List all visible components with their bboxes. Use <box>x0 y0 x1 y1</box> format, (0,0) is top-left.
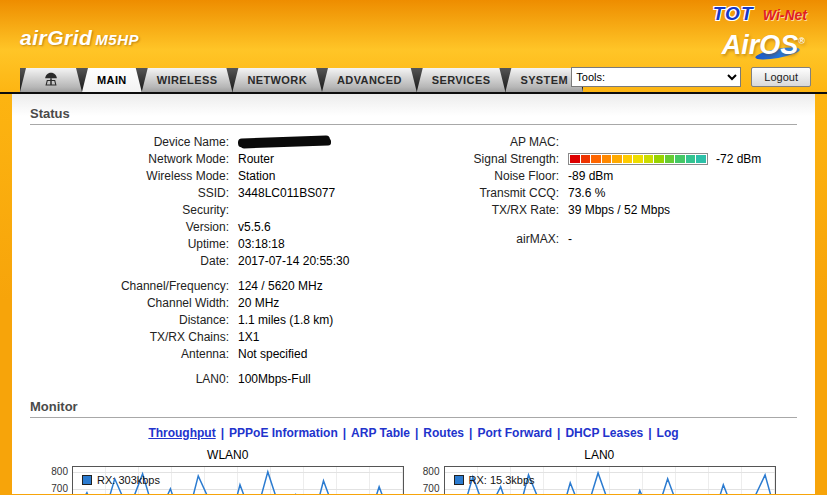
link-dhcp-leases[interactable]: DHCP Leases <box>565 426 643 440</box>
chart-body: 800 700 600 RX: 15.3kbps <box>414 466 786 494</box>
row-network-mode: Network Mode: Router <box>30 150 450 167</box>
tools-select[interactable]: Tools: <box>571 67 741 87</box>
monitor-section-title: Monitor <box>30 399 797 414</box>
row-channel-width: Channel Width: 20 MHz <box>30 294 450 311</box>
signal-meter-segment <box>612 155 622 163</box>
link-throughput[interactable]: Throughput <box>148 426 215 440</box>
signal-meter-segment <box>686 155 696 163</box>
field-value: Not specified <box>238 347 307 361</box>
tabs-strip: MAIN WIRELESS NETWORK ADVANCED SERVICES … <box>20 68 583 92</box>
monitor-section: Monitor Throughput|PPPoE Information|ARP… <box>30 399 797 494</box>
nav-right-controls: Tools: Logout <box>571 67 811 87</box>
row-device-name: Device Name: <box>30 133 450 150</box>
row-channel-frequency: Channel/Frequency: 124 / 5620 MHz <box>30 277 450 294</box>
field-label: Transmit CCQ: <box>450 186 568 200</box>
link-separator: | <box>221 426 224 440</box>
tab-network[interactable]: NETWORK <box>232 68 322 92</box>
link-separator: | <box>469 426 472 440</box>
row-lan0: LAN0: 100Mbps-Full <box>30 370 450 387</box>
field-value: 03:18:18 <box>238 237 285 251</box>
chart-title: WLAN0 <box>42 448 414 462</box>
row-txrx-rate: TX/RX Rate: 39 Mbps / 52 Mbps <box>450 201 797 218</box>
field-value: Router <box>238 152 274 166</box>
nav-bar: MAIN WIRELESS NETWORK ADVANCED SERVICES … <box>0 68 827 94</box>
field-value: 100Mbps-Full <box>238 372 311 386</box>
tab-main[interactable]: MAIN <box>82 68 142 92</box>
chart-lan0: LAN0 800 700 600 <box>414 448 786 494</box>
field-label: Date: <box>30 254 238 268</box>
airos-logo-air: Air <box>722 30 760 60</box>
signal-meter-segment <box>623 155 633 163</box>
signal-meter-segment <box>591 155 601 163</box>
signal-meter-segment <box>581 155 591 163</box>
link-separator: | <box>557 426 560 440</box>
field-label: airMAX: <box>450 232 568 246</box>
signal-strength-value: -72 dBm <box>568 152 761 166</box>
field-label: SSID: <box>30 186 238 200</box>
signal-meter <box>568 153 708 165</box>
logout-button[interactable]: Logout <box>751 67 811 87</box>
field-label: Channel Width: <box>30 296 238 310</box>
tx-legend-label: TX: <box>97 494 114 495</box>
y-tick-label: 800 <box>423 467 440 477</box>
link-separator: | <box>415 426 418 440</box>
chart-y-axis: 800 700 600 <box>42 466 72 494</box>
link-arp-table[interactable]: ARP Table <box>351 426 410 440</box>
chart-title: LAN0 <box>414 448 786 462</box>
airos-logo: AirOS® <box>722 30 805 61</box>
isp-brand-logo: TOT Wi-Net <box>713 3 807 25</box>
field-value: 73.6 % <box>568 186 605 200</box>
row-ap-mac: AP MAC: <box>450 133 797 150</box>
signal-strength-dbm: -72 dBm <box>716 152 761 166</box>
chart-legend: RX: 303kbps TX: <box>82 473 160 494</box>
field-label: LAN0: <box>30 372 238 386</box>
row-txrx-chains: TX/RX Chains: 1X1 <box>30 328 450 345</box>
chart-wlan0: WLAN0 800 700 600 <box>42 448 414 494</box>
row-date: Date: 2017-07-14 20:55:30 <box>30 252 450 269</box>
status-left-column: Device Name: Network Mode: Router Wirele… <box>30 133 450 387</box>
row-ssid: SSID: 3448LC011BS077 <box>30 184 450 201</box>
field-label: TX/RX Chains: <box>30 330 238 344</box>
status-divider <box>30 124 797 125</box>
tx-legend-label: TX: <box>469 494 486 495</box>
rx-legend-swatch <box>454 475 464 485</box>
field-label: Network Mode: <box>30 152 238 166</box>
row-version: Version: v5.5.6 <box>30 218 450 235</box>
field-value: Station <box>238 169 275 183</box>
field-value: 2017-07-14 20:55:30 <box>238 254 349 268</box>
rx-legend-label: RX: 15.3kbps <box>469 474 535 486</box>
field-label: AP MAC: <box>450 135 568 149</box>
field-label: Antenna: <box>30 347 238 361</box>
signal-meter-segment <box>633 155 643 163</box>
chart-y-axis: 800 700 600 <box>414 466 444 494</box>
throughput-charts: WLAN0 800 700 600 <box>30 448 797 494</box>
tab-advanced[interactable]: ADVANCED <box>322 68 417 92</box>
link-log[interactable]: Log <box>657 426 679 440</box>
link-routes[interactable]: Routes <box>423 426 464 440</box>
chart-plot-area: RX: 15.3kbps TX: <box>444 466 776 494</box>
link-port-forward[interactable]: Port Forward <box>477 426 552 440</box>
field-label: Wireless Mode: <box>30 169 238 183</box>
field-value: 20 MHz <box>238 296 279 310</box>
y-tick-label: 700 <box>51 484 68 494</box>
tab-services[interactable]: SERVICES <box>417 68 506 92</box>
field-label: Version: <box>30 220 238 234</box>
link-separator: | <box>648 426 651 440</box>
row-airmax: airMAX: - <box>450 230 797 247</box>
signal-meter-segment <box>602 155 612 163</box>
status-section-title: Status <box>30 106 797 121</box>
antenna-logo-icon <box>41 70 61 90</box>
link-pppoe-information[interactable]: PPPoE Information <box>229 426 338 440</box>
field-label: Channel/Frequency: <box>30 279 238 293</box>
page-header: airGridM5HP TOT Wi-Net AirOS® <box>0 0 827 68</box>
field-value: 39 Mbps / 52 Mbps <box>568 203 670 217</box>
field-label: Security: <box>30 203 238 217</box>
rx-legend-label: RX: 303kbps <box>97 474 160 486</box>
y-tick-label: 700 <box>423 484 440 494</box>
field-label: Uptime: <box>30 237 238 251</box>
chart-plot-area: RX: 303kbps TX: <box>72 466 404 494</box>
brand-secondary: Wi-Net <box>763 7 807 23</box>
tab-home-logo[interactable] <box>20 68 82 92</box>
tab-wireless[interactable]: WIRELESS <box>142 68 233 92</box>
field-label: Device Name: <box>30 135 238 149</box>
